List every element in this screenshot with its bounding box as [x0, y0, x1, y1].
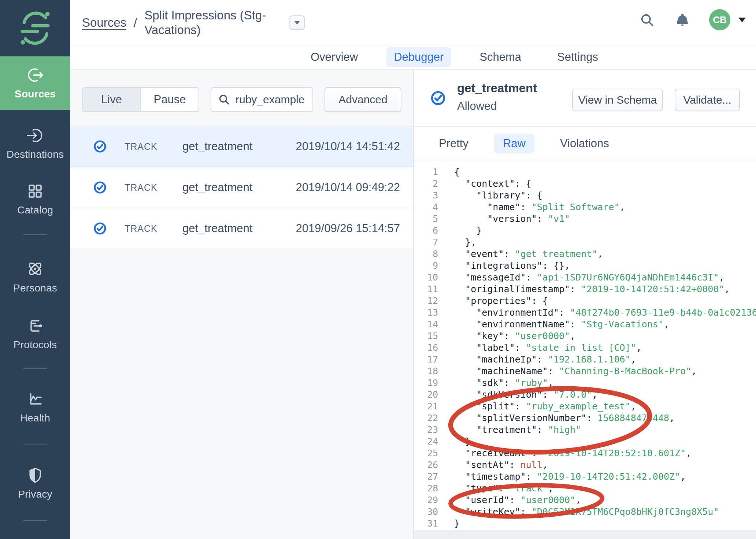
search-icon: [640, 12, 655, 28]
search-value: ruby_example: [236, 93, 304, 106]
sidebar-item-catalog[interactable]: Catalog: [0, 174, 70, 224]
destinations-icon: [26, 127, 44, 144]
code-line: 21 "split": "ruby_example_test",: [414, 401, 756, 412]
live-button[interactable]: Live: [83, 88, 141, 111]
event-type-badge: TRACK: [125, 223, 165, 234]
code-line: 14 "environmentName": "Stg-Vacations",: [414, 319, 756, 330]
event-detail-header: get_treatment Allowed View in Schema Val…: [414, 70, 756, 127]
event-row[interactable]: TRACK get_treatment 2019/10/14 09:49:22: [70, 167, 413, 208]
sidebar-item-label: Destinations: [7, 149, 64, 160]
tab-pretty[interactable]: Pretty: [430, 134, 477, 153]
code-line: 15 "key": "user0000",: [414, 330, 756, 342]
chevron-down-icon: [294, 21, 300, 25]
app-window: Sources Destinations Catalog: [0, 0, 756, 539]
notifications-button[interactable]: [675, 12, 690, 29]
code-line: 22 "splitVersionNumber": 1568848475448,: [414, 412, 756, 424]
code-line: 16 "label": "state in list [CO]",: [414, 342, 756, 354]
allowed-check-icon: [93, 140, 107, 153]
sidebar-item-protocols[interactable]: Protocols: [0, 309, 70, 359]
event-type-badge: TRACK: [125, 182, 165, 193]
code-line: 19 "sdk": "ruby",: [414, 377, 756, 389]
tab-debugger[interactable]: Debugger: [386, 47, 451, 67]
tab-violations[interactable]: Violations: [551, 134, 618, 153]
code-line: 5 "version": "v1": [414, 213, 756, 225]
validate-button[interactable]: Validate...: [675, 89, 740, 111]
breadcrumb-separator: /: [134, 16, 137, 30]
event-timestamp: 2019/10/14 14:51:42: [296, 140, 400, 153]
sidebar-divider: [23, 234, 47, 235]
search-button[interactable]: [640, 12, 655, 29]
breadcrumb: Sources / Split Impressions (Stg-Vacatio…: [82, 0, 288, 45]
tab-schema[interactable]: Schema: [472, 47, 529, 67]
view-in-schema-button[interactable]: View in Schema: [572, 89, 663, 111]
account-menu-caret-icon[interactable]: [738, 18, 746, 22]
catalog-icon: [26, 182, 44, 200]
sidebar-divider: [23, 445, 47, 445]
health-icon: [26, 390, 44, 408]
sidebar-item-label: Protocols: [14, 339, 57, 351]
source-tabbar: Overview Debugger Schema Settings: [70, 45, 756, 70]
sidebar-item-sources[interactable]: Sources: [0, 56, 70, 110]
privacy-icon: [26, 466, 44, 484]
code-line: 20 "sdkVersion": "7.0.0",: [414, 389, 756, 401]
event-name: get_treatment: [182, 222, 252, 235]
code-lines[interactable]: 1{2 "context": {3 "library": {4 "name": …: [414, 160, 756, 530]
search-icon: [218, 93, 230, 106]
protocols-icon: [26, 317, 44, 335]
bell-icon: [675, 12, 690, 28]
sidebar-item-privacy[interactable]: Privacy: [0, 458, 70, 508]
event-detail-title: get_treatment: [457, 81, 537, 95]
sidebar: Sources Destinations Catalog: [0, 0, 70, 539]
code-scrollbar[interactable]: [414, 530, 756, 539]
sidebar-item-label: Personas: [13, 282, 57, 294]
live-pause-toggle: Live Pause: [82, 87, 199, 112]
code-line: 27 "timestamp": "2019-10-14T20:51:42.000…: [414, 471, 756, 483]
sidebar-divider: [23, 368, 47, 369]
debugger-event-panel: Live Pause ruby_example Advanced TRACK g…: [70, 70, 414, 539]
code-line: 30 "writeKey": "D0C52M2K75TM6CPqo8bHKj0f…: [414, 506, 756, 518]
personas-icon: [26, 260, 44, 278]
code-line: 11 "originalTimestamp": "2019-10-14T20:5…: [414, 283, 756, 295]
code-line: 24 },: [414, 436, 756, 447]
avatar[interactable]: CB: [709, 9, 730, 30]
page-title: Split Impressions (Stg-Vacations): [144, 8, 288, 37]
sidebar-item-label: Health: [20, 412, 50, 424]
code-line: 9 "integrations": {},: [414, 260, 756, 272]
code-line: 28 "type": "track",: [414, 483, 756, 494]
payload-view-tabs: Pretty Raw Violations: [414, 127, 756, 160]
code-line: 3 "library": {: [414, 190, 756, 201]
allowed-check-icon: [93, 181, 107, 194]
breadcrumb-sources-link[interactable]: Sources: [82, 16, 126, 30]
event-timestamp: 2019/09/26 15:14:57: [296, 222, 400, 235]
segment-logo[interactable]: [0, 0, 70, 56]
event-type-badge: TRACK: [125, 141, 165, 152]
code-line: 18 "machineName": "Channing-B-MacBook-Pr…: [414, 365, 756, 377]
code-line: 1{: [414, 166, 756, 178]
event-list: TRACK get_treatment 2019/10/14 14:51:42 …: [70, 126, 413, 249]
code-line: 26 "sentAt": null,: [414, 459, 756, 471]
sidebar-item-personas[interactable]: Personas: [0, 252, 70, 302]
event-status: Allowed: [457, 100, 497, 113]
tab-overview[interactable]: Overview: [303, 47, 365, 67]
sidebar-item-label: Sources: [15, 88, 56, 100]
advanced-button[interactable]: Advanced: [325, 87, 401, 112]
code-line: 25 "receivedAt": "2019-10-14T20:52:10.60…: [414, 447, 756, 459]
code-line: 4 "name": "Split Software",: [414, 201, 756, 213]
code-line: 8 "event": "get_treatment",: [414, 248, 756, 260]
event-search-input[interactable]: ruby_example: [211, 87, 313, 112]
event-name: get_treatment: [182, 140, 252, 153]
sidebar-item-destinations[interactable]: Destinations: [0, 119, 70, 168]
code-line: 13 "environmentId": "48f274b0-7693-11e9-…: [414, 307, 756, 319]
event-timestamp: 2019/10/14 09:49:22: [296, 181, 400, 194]
segment-logo-icon: [19, 7, 51, 50]
tab-settings[interactable]: Settings: [550, 47, 605, 67]
source-switcher-button[interactable]: [289, 15, 305, 30]
sidebar-item-health[interactable]: Health: [0, 382, 70, 432]
code-line: 31}: [414, 518, 756, 529]
event-row[interactable]: TRACK get_treatment 2019/09/26 15:14:57: [70, 208, 413, 249]
event-detail-panel: get_treatment Allowed View in Schema Val…: [414, 70, 756, 539]
pause-button[interactable]: Pause: [141, 88, 199, 111]
event-row[interactable]: TRACK get_treatment 2019/10/14 14:51:42: [70, 126, 413, 167]
tab-raw[interactable]: Raw: [494, 134, 534, 153]
code-line: 23 "treatment": "high": [414, 424, 756, 436]
